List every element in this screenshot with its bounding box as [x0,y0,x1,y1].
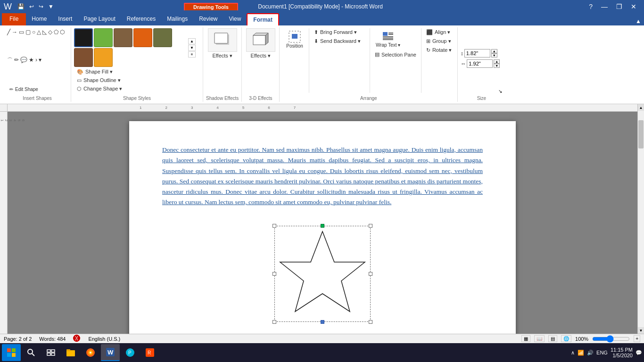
size-expand-btn[interactable]: ↘ [498,89,502,94]
taskbar-search[interactable] [22,344,41,361]
rotate-btn[interactable]: ↻ Rotate ▾ [423,46,454,54]
swatch-0[interactable] [74,28,93,47]
taskbar-pinned-2[interactable]: R [140,344,159,361]
star5-icon[interactable]: ★ [28,56,34,85]
scroll-thumb[interactable] [638,120,644,148]
tab-mailings[interactable]: Mailings [161,13,193,25]
taskbar-word[interactable]: W [101,344,120,361]
shape-outline-btn[interactable]: ▭ Shape Outline ▾ [74,76,200,84]
save-btn[interactable]: 💾 [16,2,26,11]
swatch-down-btn[interactable]: ▼ [188,45,196,51]
clock[interactable]: 11:15 PM 1/5/2020 [611,347,633,358]
rect-icon[interactable]: ▭ [18,28,25,56]
zoom-slider[interactable] [592,335,630,343]
view-reading-btn[interactable]: 📖 [534,335,545,342]
send-backward-btn[interactable]: ⬇ Send Backward ▾ [311,37,368,45]
callout-icon[interactable]: 💬 [20,56,28,85]
swatch-5[interactable] [74,48,93,67]
triangle-icon[interactable]: △ [36,28,41,56]
notification-btn[interactable]: 💬 [636,350,642,356]
align-btn[interactable]: ⬛ Align ▾ [423,28,454,36]
bring-forward-btn[interactable]: ⬆ Bring Forward ▾ [311,28,368,36]
group-btn[interactable]: ⊞ Group ▾ [423,37,454,45]
tray-up-arrow[interactable]: ∧ [571,350,575,356]
width-up-btn[interactable]: ▲ [494,59,500,64]
swatch-more-btn[interactable]: ≡ [188,51,196,58]
ribbon-collapse-btn[interactable]: ▲ [633,17,644,25]
zoom-in-btn[interactable]: + [634,335,640,342]
tab-view[interactable]: View [223,13,247,25]
width-input[interactable]: 1.92" [467,59,493,68]
line-icon[interactable]: ╱ [7,28,11,56]
tab-insert[interactable]: Insert [52,13,78,25]
selection-pane-btn[interactable]: ▤ Selection Pane [372,50,419,58]
width-down-btn[interactable]: ▼ [494,64,500,68]
freeform-icon[interactable]: ✏ [14,56,19,85]
taskbar-task-view[interactable] [41,344,60,361]
star-shape[interactable] [271,222,374,326]
scroll-down-btn[interactable]: ▼ [638,327,644,334]
curve-icon[interactable]: ⌒ [7,56,13,85]
position-btn[interactable]: Position [282,28,307,50]
arrow-icon[interactable]: → [11,28,18,56]
close-btn[interactable]: ✕ [627,2,640,11]
handle-bottom-right[interactable] [369,320,372,324]
handle-bottom-center[interactable] [321,320,324,324]
swatch-6[interactable] [94,48,113,67]
taskbar-pinned-1[interactable]: P [121,344,140,361]
star-container[interactable] [271,222,374,326]
tab-file[interactable]: File [2,13,26,25]
doc-background[interactable]: Donec consectetur et ante eu porttitor. … [8,112,637,334]
redo-btn[interactable]: ↪ [37,2,45,11]
handle-mid-right[interactable] [369,272,372,276]
view-print-btn[interactable]: ▤ [548,335,557,342]
qa-dropdown-btn[interactable]: ▼ [46,2,56,11]
more-icon[interactable]: ▾ [38,56,42,85]
edit-shape-btn[interactable]: ✏ Edit Shape [7,86,68,93]
swatch-3[interactable] [133,28,152,47]
minimize-btn[interactable]: — [597,2,611,11]
swatch-1[interactable] [94,28,113,47]
taskbar-file-explorer[interactable] [61,344,80,361]
handle-top-right[interactable] [369,224,372,228]
oval-icon[interactable]: ○ [32,28,36,56]
network-icon[interactable]: 📶 [578,350,584,356]
view-web-btn[interactable]: 🌐 [561,335,571,342]
hex-icon[interactable]: ⬡ [59,28,65,56]
tab-page-layout[interactable]: Page Layout [78,13,121,25]
tab-home[interactable]: Home [26,13,52,25]
right-tri-icon[interactable]: ◺ [42,28,47,56]
chevron-icon[interactable]: › [35,56,38,85]
tab-format[interactable]: Format [247,13,279,25]
scroll-up-btn[interactable]: ▲ [638,104,644,111]
handle-top-left[interactable] [272,224,276,228]
swatch-4[interactable] [153,28,172,47]
undo-btn[interactable]: ↩ [27,2,36,11]
effects-3d-btn[interactable]: Effects ▾ [248,52,273,60]
spell-check-icon[interactable]: 🅧 [73,335,81,343]
tab-review[interactable]: Review [193,13,223,25]
maximize-btn[interactable]: ❐ [612,2,626,11]
wrap-text-btn[interactable]: Wrap Text ▾ [372,28,404,49]
swatch-up-btn[interactable]: ▲ [188,38,196,44]
shadow-effects-btn[interactable]: Effects ▾ [209,52,235,60]
handle-mid-left[interactable] [272,272,276,276]
shape-fill-btn[interactable]: 🎨 Shape Fill ▾ [74,68,200,76]
height-input[interactable]: 1.82" [464,49,490,58]
handle-bottom-left[interactable] [272,320,276,324]
view-normal-btn[interactable]: ▦ [521,335,530,342]
pentagon-icon[interactable]: ⬠ [53,28,59,56]
volume-icon[interactable]: 🔊 [587,350,594,356]
rounded-rect-icon[interactable]: ▢ [25,28,31,56]
height-down-btn[interactable]: ▼ [491,53,497,58]
change-shape-btn[interactable]: ⬡ Change Shape ▾ [74,85,200,93]
swatch-2[interactable] [114,28,132,47]
diamond-icon[interactable]: ◇ [48,28,53,56]
scrollbar-vertical[interactable]: ▲ ▼ [637,104,644,334]
taskbar-browser[interactable] [81,344,100,361]
height-up-btn[interactable]: ▲ [491,49,497,53]
start-btn[interactable] [2,344,21,361]
handle-top-center[interactable] [321,224,324,228]
tab-references[interactable]: References [121,13,161,25]
help-btn[interactable]: ? [585,2,596,11]
